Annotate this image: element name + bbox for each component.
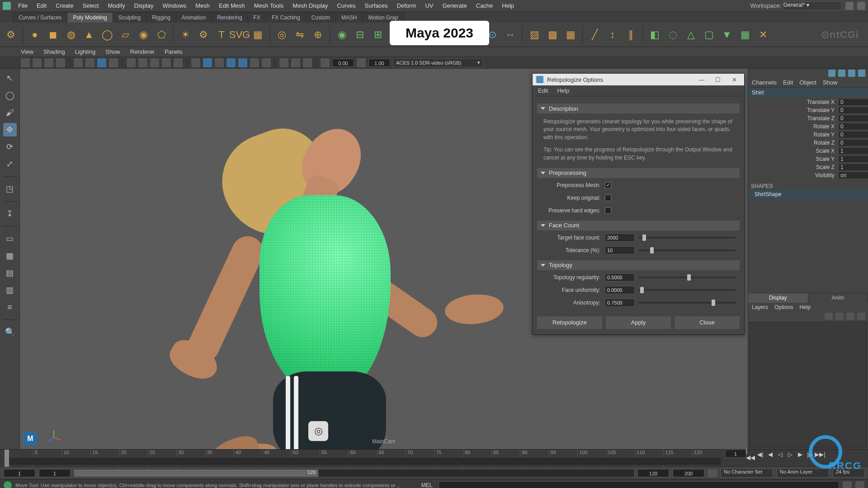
- attr-scale-y-label[interactable]: Scale Y: [748, 156, 838, 162]
- menu-curves[interactable]: Curves: [332, 2, 360, 9]
- command-output-icon[interactable]: [855, 481, 864, 488]
- viewport[interactable]: ◎ M MainCam ↖ Retopologize Options — ☐ ✕…: [20, 69, 748, 449]
- poly-cube-icon[interactable]: ◼: [45, 27, 61, 43]
- grid-icon[interactable]: [97, 58, 106, 67]
- step-back-key-icon[interactable]: ◀|: [756, 450, 765, 459]
- circularize-icon[interactable]: ◌: [665, 27, 681, 43]
- target-face-count-field[interactable]: [605, 234, 635, 242]
- svg-icon[interactable]: SVG: [231, 27, 248, 43]
- rotate-tool-icon[interactable]: ⟳: [3, 140, 17, 154]
- time-slider[interactable]: 1510152025303540455055606570758085909510…: [0, 449, 868, 466]
- face-uniformity-slider[interactable]: [638, 289, 736, 291]
- snap-icon[interactable]: ⊕: [310, 27, 326, 43]
- attr-rotate-x-value[interactable]: 0: [838, 123, 868, 130]
- channel-menu-channels[interactable]: Channels: [752, 79, 777, 86]
- attr-scale-x-label[interactable]: Scale X: [748, 148, 838, 154]
- colorspace-dropdown[interactable]: ACES 1.0 SDR-video (sRGB)▾: [393, 58, 483, 67]
- topology-regularity-field[interactable]: [605, 273, 635, 282]
- dialog-titlebar[interactable]: Retopologize Options — ☐ ✕: [533, 74, 744, 85]
- booleans-icon[interactable]: ⊞: [370, 27, 386, 43]
- menu-modify[interactable]: Modify: [104, 2, 130, 9]
- search-icon[interactable]: 🔍: [3, 325, 17, 339]
- tab-poly-modeling[interactable]: Poly Modeling: [67, 12, 113, 23]
- attr-translate-y-value[interactable]: 0: [838, 107, 868, 113]
- apply-button[interactable]: Apply: [606, 316, 671, 329]
- layer-menu-layers[interactable]: Layers: [752, 304, 768, 310]
- attr-translate-z-label[interactable]: Translate Z: [748, 115, 838, 122]
- range-in-end-field[interactable]: 120: [637, 469, 669, 477]
- panel-menu-show[interactable]: Show: [105, 48, 120, 55]
- attr-translate-z-value[interactable]: 0: [838, 115, 868, 122]
- shadows-icon[interactable]: [262, 58, 271, 67]
- menu-generate[interactable]: Generate: [438, 2, 472, 9]
- poly-type-icon[interactable]: T: [213, 27, 230, 43]
- topology-regularity-slider[interactable]: [638, 277, 736, 278]
- tool-settings-tab-icon[interactable]: [848, 70, 855, 77]
- edit-edge-flow-icon[interactable]: ╱: [586, 27, 603, 43]
- isolate-select-icon[interactable]: [279, 58, 288, 67]
- sidebar-toggle-icon[interactable]: [845, 2, 854, 10]
- attr-rotate-y-label[interactable]: Rotate Y: [748, 131, 838, 138]
- menu-mesh-display[interactable]: Mesh Display: [288, 2, 332, 9]
- layer-move-up-icon[interactable]: [825, 313, 833, 320]
- attr-translate-y-label[interactable]: Translate Y: [748, 107, 838, 113]
- character-set-dropdown[interactable]: No Character Set: [721, 469, 773, 478]
- play-backward-icon[interactable]: ◁: [776, 450, 785, 459]
- sweep-mesh-icon[interactable]: ▦: [250, 27, 266, 43]
- shelf-options-icon[interactable]: ⚙: [3, 27, 19, 43]
- attr-visibility-label[interactable]: Visibility: [748, 172, 838, 178]
- layout-single-icon[interactable]: ▭: [3, 232, 17, 245]
- time-slider-playhead[interactable]: [5, 450, 9, 467]
- film-gate-icon[interactable]: [109, 58, 118, 67]
- layer-tab-anim[interactable]: Anim: [808, 293, 868, 303]
- anisotropy-slider[interactable]: [638, 302, 736, 304]
- textured-icon[interactable]: [238, 58, 247, 67]
- menu-create[interactable]: Create: [51, 2, 78, 9]
- menu-edit-mesh[interactable]: Edit Mesh: [214, 2, 250, 9]
- gamma-icon[interactable]: [357, 58, 366, 67]
- wireframe-icon[interactable]: [191, 58, 200, 67]
- shape-node-name[interactable]: ShirtShape: [748, 190, 868, 198]
- quad-draw-icon[interactable]: ▨: [526, 27, 542, 43]
- section-face-count[interactable]: Face Count: [537, 221, 740, 230]
- tolerance-slider[interactable]: [638, 249, 736, 251]
- layer-tab-display[interactable]: Display: [748, 293, 808, 303]
- scale-tool-icon[interactable]: ⤢: [3, 157, 17, 171]
- layer-move-down-icon[interactable]: [835, 313, 844, 320]
- tab-sculpting[interactable]: Sculpting: [113, 12, 146, 23]
- gate-mask-icon[interactable]: [138, 58, 147, 67]
- retopo-icon[interactable]: ▦: [562, 27, 579, 43]
- layout-outliner-icon[interactable]: ▥: [3, 283, 17, 297]
- retopologize-button[interactable]: Retopologize: [537, 316, 602, 329]
- range-in-start-field[interactable]: 1: [39, 469, 71, 477]
- menu-file[interactable]: File: [14, 2, 32, 9]
- face-uniformity-field[interactable]: [605, 286, 635, 294]
- xray-joints-icon[interactable]: [303, 58, 312, 67]
- section-description[interactable]: Description: [537, 103, 740, 113]
- attr-scale-y-value[interactable]: 1: [838, 156, 868, 162]
- layer-add-icon[interactable]: [846, 313, 854, 320]
- poly-platonic-icon[interactable]: ⬠: [153, 27, 170, 43]
- use-lights-icon[interactable]: [250, 58, 259, 67]
- resolution-gate-icon[interactable]: [127, 58, 136, 67]
- layout-custom-icon[interactable]: ▤: [3, 266, 17, 280]
- keep-original-checkbox[interactable]: [605, 195, 611, 201]
- last-tool-icon[interactable]: ◳: [3, 182, 17, 196]
- separate-icon[interactable]: ⊟: [352, 27, 368, 43]
- tab-curves-surfaces[interactable]: Curves / Surfaces: [13, 12, 67, 23]
- triangulate-icon[interactable]: △: [683, 27, 699, 43]
- menu-mesh[interactable]: Mesh: [191, 2, 214, 9]
- menu-edit[interactable]: Edit: [32, 2, 51, 9]
- go-to-start-icon[interactable]: |◀◀: [746, 450, 755, 459]
- 2d-pan-zoom-icon[interactable]: [74, 58, 83, 67]
- safe-title-icon[interactable]: [174, 58, 183, 67]
- poly-cylinder-icon[interactable]: ◍: [63, 27, 79, 43]
- remesh-icon[interactable]: ▦: [737, 27, 753, 43]
- menu-cache[interactable]: Cache: [472, 2, 498, 9]
- tab-rigging[interactable]: Rigging: [146, 12, 176, 23]
- anisotropy-field[interactable]: [605, 299, 635, 307]
- menu-uv[interactable]: UV: [420, 2, 438, 9]
- snap-together-icon[interactable]: ↧: [3, 207, 17, 221]
- maya-viewport-icon[interactable]: M: [24, 432, 37, 446]
- panel-menu-shading[interactable]: Shading: [43, 48, 65, 55]
